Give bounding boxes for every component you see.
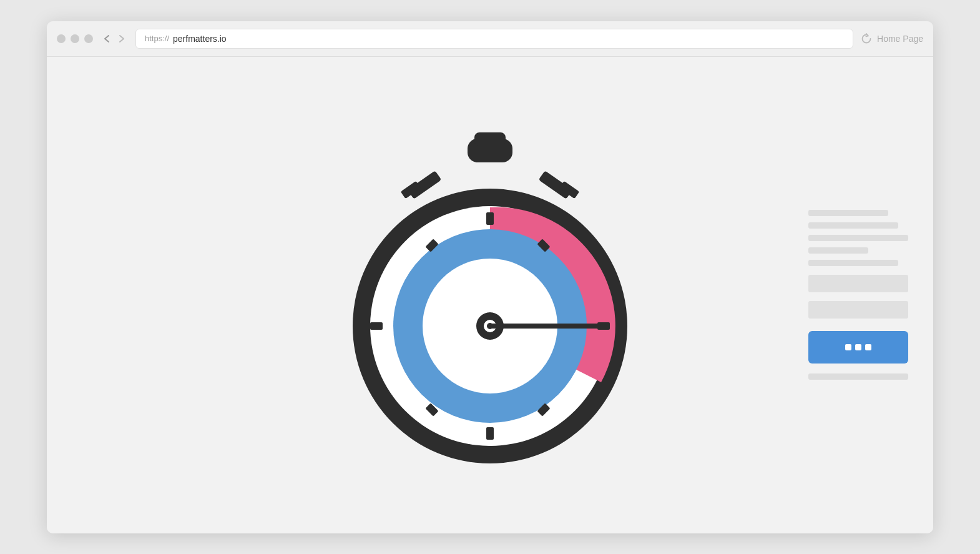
browser-chrome: https:// perfmatters.io Home Page (47, 21, 933, 57)
svg-rect-21 (490, 324, 602, 329)
button-dot-2 (855, 344, 861, 350)
placeholder-block-1 (808, 275, 908, 292)
button-dot-3 (865, 344, 871, 350)
button-dot-1 (845, 344, 851, 350)
nav-arrows (100, 32, 128, 45)
address-bar[interactable]: https:// perfmatters.io (135, 29, 853, 49)
back-button[interactable] (100, 32, 113, 45)
traffic-light-minimize[interactable] (71, 34, 79, 43)
browser-window: https:// perfmatters.io Home Page (47, 21, 933, 533)
svg-rect-1 (474, 132, 506, 146)
placeholder-line-4 (808, 247, 868, 254)
forward-button[interactable] (115, 32, 128, 45)
placeholder-line-5 (808, 260, 898, 266)
reload-icon[interactable] (861, 33, 872, 44)
svg-rect-13 (370, 322, 383, 330)
svg-rect-12 (486, 427, 494, 440)
placeholder-line-1 (808, 210, 888, 216)
traffic-light-close[interactable] (57, 34, 66, 43)
stopwatch-illustration (47, 57, 933, 533)
traffic-light-maximize[interactable] (84, 34, 93, 43)
placeholder-line-2 (808, 222, 898, 229)
browser-content (47, 57, 933, 533)
placeholder-block-2 (808, 301, 908, 319)
https-label: https:// (145, 34, 169, 43)
reload-area: Home Page (861, 33, 923, 44)
homepage-label: Home Page (877, 34, 923, 44)
placeholder-line-bottom (808, 373, 908, 380)
traffic-lights (57, 34, 93, 43)
placeholder-line-3 (808, 235, 908, 241)
url-domain: perfmatters.io (173, 34, 227, 44)
svg-rect-10 (486, 212, 494, 225)
stopwatch-svg (340, 120, 640, 470)
blue-action-button[interactable] (808, 331, 908, 364)
right-panel (808, 210, 908, 380)
